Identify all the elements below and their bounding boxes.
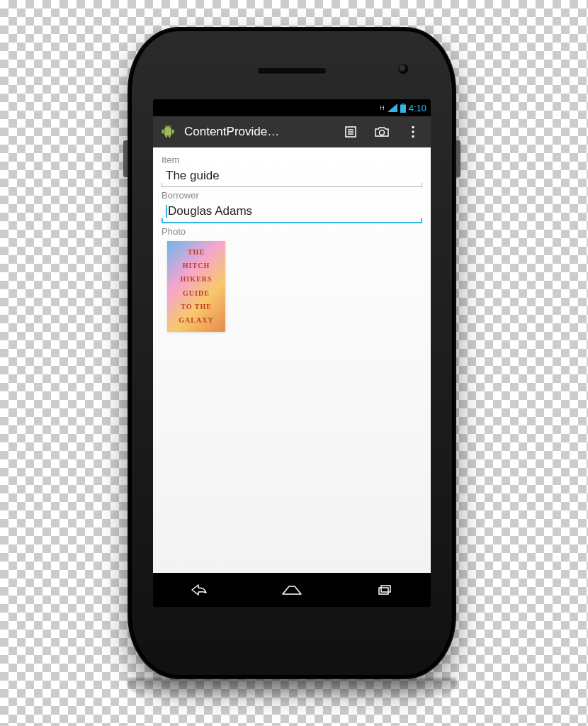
- device-reflection: [128, 678, 456, 700]
- overflow-menu-icon[interactable]: [401, 120, 425, 144]
- list-action-icon[interactable]: [339, 120, 363, 144]
- phone-device-frame: H 4:10: [128, 27, 456, 679]
- photo-thumbnail[interactable]: THE HITCH HIKERS GUIDE TO THE GALAXY: [167, 241, 225, 332]
- svg-rect-2: [164, 129, 171, 135]
- book-cover-text: THE HITCH HIKERS GUIDE TO THE GALAXY: [171, 245, 221, 328]
- form-content: Item The guide Borrower Douglas Adams Ph…: [153, 147, 431, 573]
- svg-point-15: [380, 130, 385, 135]
- borrower-field-label: Borrower: [162, 190, 422, 201]
- item-input[interactable]: The guide: [162, 167, 422, 187]
- svg-rect-19: [379, 588, 388, 594]
- home-button[interactable]: [271, 579, 313, 601]
- photo-field-label: Photo: [162, 226, 422, 237]
- svg-rect-18: [412, 135, 414, 138]
- camera-action-icon[interactable]: [370, 120, 394, 144]
- earpiece-speaker: [258, 68, 326, 74]
- svg-point-9: [166, 127, 166, 128]
- front-camera: [398, 64, 408, 74]
- svg-rect-0: [402, 104, 404, 105]
- item-input-value: The guide: [166, 169, 220, 182]
- signal-icon: [388, 104, 397, 112]
- power-button: [456, 140, 460, 177]
- screen: H 4:10: [153, 99, 431, 607]
- svg-rect-5: [166, 135, 168, 138]
- android-app-icon: [159, 123, 177, 141]
- svg-rect-20: [381, 586, 390, 592]
- borrower-input-value: Douglas Adams: [168, 204, 252, 218]
- svg-rect-4: [172, 130, 174, 134]
- app-title: ContentProvide…: [184, 125, 332, 139]
- svg-rect-1: [400, 104, 406, 113]
- clock-label: 4:10: [409, 103, 426, 113]
- svg-rect-16: [412, 126, 414, 128]
- svg-rect-17: [412, 131, 414, 133]
- battery-icon: [400, 104, 406, 113]
- borrower-input[interactable]: Douglas Adams: [162, 202, 422, 223]
- svg-rect-6: [169, 135, 171, 138]
- item-field-label: Item: [162, 155, 422, 165]
- action-bar: ContentProvide…: [153, 116, 431, 147]
- back-button[interactable]: [178, 579, 220, 601]
- volume-button: [123, 140, 128, 177]
- svg-line-8: [169, 125, 170, 128]
- network-type-label: H: [380, 104, 385, 111]
- svg-line-7: [166, 125, 166, 128]
- svg-rect-3: [162, 130, 164, 134]
- navigation-bar: [153, 573, 431, 607]
- recent-apps-button[interactable]: [363, 579, 406, 601]
- text-cursor: [166, 205, 167, 218]
- svg-point-10: [169, 127, 170, 128]
- status-bar: H 4:10: [153, 99, 431, 116]
